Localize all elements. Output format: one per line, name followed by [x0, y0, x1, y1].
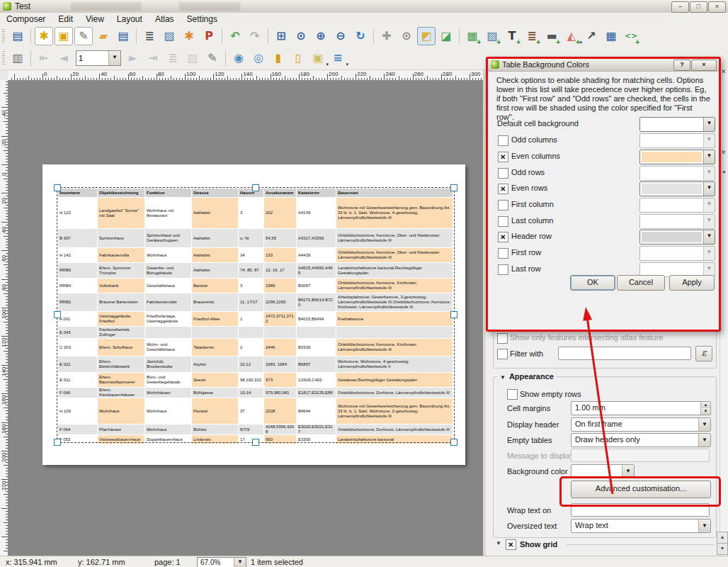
odd-rows-color-button[interactable]: ▼: [639, 166, 715, 181]
add-map-icon[interactable]: ▦+: [463, 27, 482, 45]
header-row-color-button[interactable]: ▼: [639, 230, 715, 245]
zoom-tool-icon[interactable]: ⊙: [397, 27, 416, 45]
atlas-page-input[interactable]: [76, 51, 108, 65]
add-scalebar-icon[interactable]: ▬+: [542, 27, 561, 45]
menu-settings[interactable]: Settings: [181, 13, 224, 25]
selection-handle[interactable]: [450, 184, 457, 191]
add-shape-icon[interactable]: ◭+▾: [562, 27, 581, 45]
load-template-icon[interactable]: ▰: [94, 27, 113, 45]
menu-layout[interactable]: Layout: [110, 13, 149, 25]
even-columns-color-button[interactable]: ▼: [639, 150, 715, 164]
dialog-close-button[interactable]: ×: [691, 60, 717, 71]
appearance-group-title[interactable]: ▼Appearance: [497, 372, 557, 381]
menu-atlas[interactable]: Atlas: [149, 13, 181, 25]
default-cell-background-color-button[interactable]: ▼: [639, 117, 715, 132]
odd-columns-color-button[interactable]: ▼: [639, 133, 715, 148]
add-label-icon[interactable]: T+: [503, 27, 521, 45]
even-rows-color-button[interactable]: ▼: [639, 181, 715, 196]
show-grid-checkbox[interactable]: [506, 539, 516, 550]
panel-close-icon[interactable]: ✕: [721, 149, 727, 156]
show-empty-rows-checkbox[interactable]: [507, 389, 518, 400]
cell-margins-spinner[interactable]: 1.00 mm ▲▼: [571, 401, 711, 415]
collapse-arrow-icon[interactable]: ▼: [496, 540, 501, 546]
dropdown-arrow-icon[interactable]: ▼: [108, 51, 120, 65]
undo-icon[interactable]: ↶: [226, 27, 244, 45]
even-columns-checkbox[interactable]: [498, 152, 508, 162]
select-move-item-icon[interactable]: ◩: [417, 27, 436, 45]
atlas-settings-icon[interactable]: ✎: [203, 49, 222, 67]
empty-tables-combo[interactable]: Draw headers only ▼: [571, 433, 711, 447]
duplicate-composition-icon[interactable]: ▣: [55, 27, 73, 45]
zoom-level-combo[interactable]: 67.0% ▼: [197, 557, 246, 567]
scroll-up-icon[interactable]: ▲: [722, 169, 727, 174]
scroll-down-button[interactable]: ▼: [717, 543, 728, 555]
export-pdf-icon[interactable]: P: [200, 27, 218, 45]
add-image-icon[interactable]: ▨+: [483, 27, 501, 45]
zoom-full-icon[interactable]: ⊞: [272, 27, 290, 45]
selection-handle[interactable]: [54, 311, 61, 318]
composition-manager-icon[interactable]: ✎: [74, 27, 93, 45]
minimize-button[interactable]: –: [671, 1, 689, 13]
selection-handle[interactable]: [450, 311, 457, 318]
composition-canvas[interactable]: InventarnrObjektbezeichnungFunktionStras…: [8, 80, 486, 556]
new-composition-icon[interactable]: ✱: [35, 27, 53, 45]
atlas-preview-icon[interactable]: ▥: [8, 49, 27, 67]
last-column-color-button[interactable]: ▼: [639, 214, 715, 229]
lock-items-icon[interactable]: ▮: [269, 49, 288, 67]
header-row-checkbox[interactable]: [498, 232, 508, 242]
group-items-icon[interactable]: ◉: [229, 49, 248, 67]
even-rows-checkbox[interactable]: [498, 184, 508, 194]
filter-input[interactable]: [558, 347, 691, 360]
close-button[interactable]: ×: [708, 1, 726, 13]
intersect-atlas-checkbox[interactable]: [497, 333, 508, 344]
dialog-help-button[interactable]: ?: [673, 60, 690, 71]
export-image-icon[interactable]: ▨: [160, 27, 178, 45]
menu-edit[interactable]: Edit: [52, 13, 79, 25]
first-row-color-button[interactable]: ▼: [639, 246, 715, 261]
panel-close-icon[interactable]: ✕: [721, 68, 727, 75]
last-row-checkbox[interactable]: [498, 264, 508, 275]
last-column-checkbox[interactable]: [498, 216, 508, 227]
scroll-up-button[interactable]: ▲: [717, 532, 728, 544]
selection-handle[interactable]: [252, 439, 259, 446]
odd-columns-checkbox[interactable]: [498, 135, 508, 146]
apply-button[interactable]: Apply: [669, 275, 715, 291]
add-attribute-table-icon[interactable]: ▦: [602, 27, 620, 45]
filter-with-checkbox[interactable]: [497, 349, 508, 359]
selection-handle[interactable]: [54, 184, 61, 191]
add-arrow-icon[interactable]: ↗: [582, 27, 601, 45]
add-legend-icon[interactable]: ≣+: [523, 27, 541, 45]
zoom-in-icon[interactable]: ⊕: [312, 27, 330, 45]
maximize-button[interactable]: □: [690, 1, 707, 13]
first-column-checkbox[interactable]: [498, 200, 508, 210]
move-item-content-icon[interactable]: ◪: [437, 27, 455, 45]
title-bar[interactable]: Test –□×: [0, 0, 728, 13]
menu-composer[interactable]: Composer: [0, 13, 52, 25]
raise-items-icon[interactable]: ▣▾: [309, 49, 327, 67]
export-svg-icon[interactable]: ✱: [180, 27, 198, 45]
redo-icon[interactable]: ↷: [246, 27, 264, 45]
menu-view[interactable]: View: [79, 13, 110, 25]
display-header-combo[interactable]: On first frame ▼: [571, 417, 711, 432]
oversized-text-combo[interactable]: Wrap text ▼: [571, 519, 711, 533]
atlas-page-combo[interactable]: ▼: [76, 50, 121, 66]
refresh-view-icon[interactable]: ↻: [351, 27, 370, 45]
save-as-template-icon[interactable]: ▤: [114, 27, 132, 45]
first-row-checkbox[interactable]: [498, 248, 508, 259]
cancel-button[interactable]: Cancel: [617, 275, 665, 291]
selection-handle[interactable]: [252, 184, 259, 191]
odd-rows-checkbox[interactable]: [498, 168, 508, 179]
expression-button[interactable]: ε: [695, 346, 712, 361]
unlock-items-icon[interactable]: ▯: [289, 49, 307, 67]
zoom-out-icon[interactable]: ⊖: [331, 27, 350, 45]
add-html-icon[interactable]: <>+: [622, 27, 640, 45]
ungroup-items-icon[interactable]: ◎: [249, 49, 268, 67]
selection-handle[interactable]: [54, 439, 61, 446]
selection-handle[interactable]: [450, 439, 457, 446]
pan-icon[interactable]: ✚: [377, 27, 396, 45]
zoom-actual-size-icon[interactable]: ⊙: [292, 27, 310, 45]
dropdown-arrow-icon[interactable]: ▼: [234, 558, 246, 567]
dialog-title-bar[interactable]: Table Background Colors ? ×: [488, 59, 719, 72]
spinner-arrows-icon[interactable]: ▲▼: [700, 402, 710, 415]
align-items-icon[interactable]: ≡▾: [329, 49, 347, 67]
